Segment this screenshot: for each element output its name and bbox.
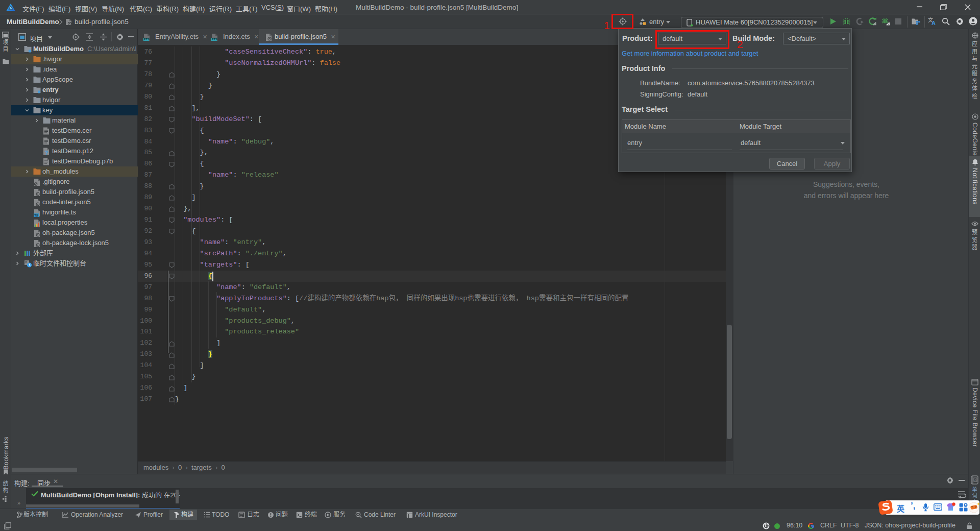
svg-text:ETS: ETS: [212, 38, 217, 41]
svg-text:?: ?: [45, 150, 48, 155]
svg-text:A: A: [974, 478, 976, 481]
svg-text:TS: TS: [34, 214, 38, 217]
svg-text:A: A: [932, 20, 936, 26]
svg-text:ETS: ETS: [144, 38, 150, 41]
